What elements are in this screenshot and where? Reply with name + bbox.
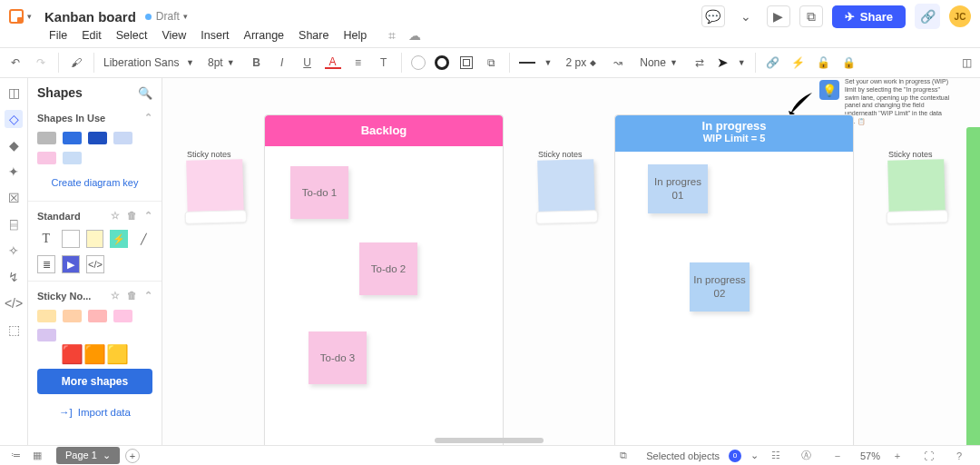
- plugin-tool-icon[interactable]: ⬚: [5, 321, 23, 339]
- comment-icon[interactable]: 💬: [701, 5, 725, 27]
- text-color-icon[interactable]: A: [325, 56, 341, 69]
- card[interactable]: To-do 2: [359, 242, 417, 295]
- swatch[interactable]: [88, 310, 107, 322]
- note-shape[interactable]: [86, 230, 104, 248]
- present-icon[interactable]: ▶: [767, 5, 790, 27]
- swatch[interactable]: [113, 310, 132, 322]
- search-icon[interactable]: 🔍: [138, 86, 152, 100]
- section-in-use[interactable]: Shapes In Use: [37, 113, 105, 124]
- menu-select[interactable]: Select: [116, 29, 148, 42]
- layout-grid-icon[interactable]: [458, 54, 475, 71]
- fullscreen-icon[interactable]: ⛶: [920, 448, 936, 464]
- image-tool-icon[interactable]: ☒: [5, 189, 23, 207]
- chevron-down-icon[interactable]: ⌄: [750, 450, 759, 461]
- collapse-icon[interactable]: ⌃: [144, 210, 152, 222]
- swatch[interactable]: [63, 152, 82, 164]
- fill-tool-icon[interactable]: ◆: [5, 136, 23, 154]
- trash-icon[interactable]: 🗑: [127, 290, 137, 302]
- swatch[interactable]: [37, 152, 56, 164]
- section-standard[interactable]: Standard: [37, 211, 81, 222]
- block-shape[interactable]: ⚡: [110, 230, 128, 248]
- sticky-note[interactable]: [887, 159, 946, 217]
- shapes-tool-icon[interactable]: ◇: [5, 110, 23, 128]
- line-style-chevron[interactable]: ▼: [544, 58, 553, 67]
- copy-link-button[interactable]: 🔗: [915, 4, 940, 29]
- font-size-picker[interactable]: 8pt▼: [203, 54, 240, 72]
- action-icon[interactable]: ⚡: [790, 54, 807, 71]
- share-button[interactable]: ✈Share: [832, 5, 906, 28]
- panel-icon[interactable]: ◫: [5, 84, 23, 102]
- line-shape[interactable]: ╱: [134, 230, 152, 248]
- avatar[interactable]: JC: [949, 5, 971, 27]
- chevron-down-icon[interactable]: ⌄: [734, 5, 758, 27]
- line-width-picker[interactable]: 2 px◆: [562, 54, 602, 72]
- trash-icon[interactable]: 🗑: [127, 210, 137, 222]
- star-icon[interactable]: ☆: [111, 290, 120, 302]
- stroke-color-icon[interactable]: [435, 55, 449, 70]
- zoom-in-icon[interactable]: +: [889, 448, 906, 464]
- cloud-sync-icon[interactable]: ☁: [408, 28, 421, 44]
- horizontal-scrollbar[interactable]: [435, 438, 544, 443]
- collapse-icon[interactable]: ⌃: [144, 112, 152, 124]
- collapse-icon[interactable]: ⌃: [144, 290, 152, 302]
- format-paint-icon[interactable]: 🖌: [68, 54, 84, 71]
- add-page-button[interactable]: +: [125, 449, 140, 463]
- canvas[interactable]: 💡 Set your own work in progress (WIP) li…: [162, 78, 980, 445]
- align-icon[interactable]: ≡: [350, 54, 367, 71]
- text-format-icon[interactable]: T: [376, 54, 392, 71]
- help-icon[interactable]: ?: [951, 448, 967, 464]
- panel-toggle-icon[interactable]: ◫: [958, 54, 975, 71]
- menu-help[interactable]: Help: [343, 29, 367, 42]
- connector-tool-icon[interactable]: ↯: [5, 268, 23, 286]
- media-shape[interactable]: ▶: [62, 255, 80, 273]
- endpoint-end-icon[interactable]: ➤: [717, 54, 729, 71]
- underline-icon[interactable]: U: [299, 54, 316, 71]
- app-logo[interactable]: [9, 9, 24, 24]
- list-shape[interactable]: ≣: [37, 255, 55, 273]
- outline-icon[interactable]: ≔: [7, 448, 24, 464]
- redo-icon[interactable]: ↷: [33, 54, 49, 71]
- fill-color-icon[interactable]: [411, 55, 426, 70]
- column-next-peek[interactable]: [966, 127, 980, 445]
- swatch[interactable]: [37, 329, 56, 341]
- sticky-stack-icon[interactable]: 🟥🟧🟨: [28, 345, 162, 363]
- grid-icon[interactable]: ▦: [29, 448, 45, 464]
- more-shapes-button[interactable]: More shapes: [37, 369, 152, 394]
- card[interactable]: In progress 02: [690, 262, 750, 312]
- swatch[interactable]: [63, 310, 82, 322]
- link-icon[interactable]: 🔗: [765, 54, 781, 71]
- code-shape[interactable]: </>: [86, 255, 104, 273]
- ai-tool-icon[interactable]: ✧: [5, 242, 23, 260]
- menu-edit[interactable]: Edit: [82, 29, 102, 42]
- card[interactable]: To-do 1: [290, 166, 348, 219]
- line-dash-picker[interactable]: None▼: [635, 54, 682, 72]
- sticky-note[interactable]: [186, 159, 244, 217]
- draft-label[interactable]: Draft: [156, 10, 180, 23]
- column-backlog[interactable]: Backlog To-do 1 To-do 2 To-do 3: [264, 114, 504, 445]
- templates-icon[interactable]: ⌗: [388, 28, 396, 44]
- menu-arrange[interactable]: Arrange: [244, 29, 284, 42]
- star-icon[interactable]: ☆: [111, 210, 120, 222]
- swatch[interactable]: [113, 132, 132, 144]
- lock-closed-icon[interactable]: 🔒: [841, 54, 858, 71]
- line-curve-icon[interactable]: ↝: [610, 54, 626, 71]
- accessibility-icon[interactable]: Ⓐ: [799, 448, 815, 464]
- sticky-note[interactable]: [537, 159, 595, 217]
- app-menu-chevron[interactable]: ▾: [27, 12, 32, 21]
- menu-insert[interactable]: Insert: [201, 29, 229, 42]
- create-diagram-key-link[interactable]: Create diagram key: [28, 168, 162, 197]
- record-icon[interactable]: ⧉: [799, 5, 823, 27]
- swatch[interactable]: [37, 132, 56, 144]
- bold-icon[interactable]: B: [249, 54, 265, 71]
- database-tool-icon[interactable]: ⌸: [5, 215, 23, 233]
- swatch[interactable]: [63, 132, 82, 144]
- endpoint-chevron[interactable]: ▼: [738, 58, 746, 67]
- column-header[interactable]: Backlog: [265, 115, 503, 146]
- menu-share[interactable]: Share: [299, 29, 328, 42]
- page-selector[interactable]: Page 1⌄: [56, 447, 120, 464]
- swatch[interactable]: [88, 132, 107, 144]
- components-icon[interactable]: ⧉: [484, 54, 500, 71]
- menu-view[interactable]: View: [162, 29, 186, 42]
- menu-file[interactable]: File: [49, 29, 67, 42]
- card[interactable]: In progres 01: [648, 164, 708, 213]
